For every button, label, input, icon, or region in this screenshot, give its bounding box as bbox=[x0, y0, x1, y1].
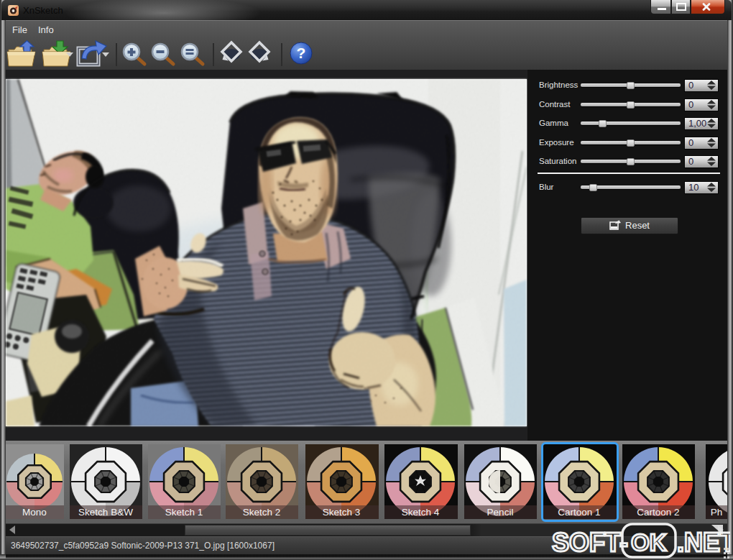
svg-text:Cartoon 2: Cartoon 2 bbox=[637, 507, 679, 518]
svg-text:SOFT-: SOFT- bbox=[552, 528, 628, 557]
svg-text:Sketch 3: Sketch 3 bbox=[323, 507, 361, 518]
svg-text:Sketch 4: Sketch 4 bbox=[402, 507, 440, 518]
svg-text:Mono: Mono bbox=[22, 507, 47, 518]
svg-text:Sketch 2: Sketch 2 bbox=[243, 507, 281, 518]
svg-text:?: ? bbox=[297, 45, 306, 61]
svg-text:Sketch B&W: Sketch B&W bbox=[78, 507, 133, 518]
svg-text:Ph: Ph bbox=[711, 507, 723, 518]
svg-text:OK: OK bbox=[631, 529, 667, 556]
svg-text:Pencil: Pencil bbox=[487, 507, 514, 518]
svg-text:.NET: .NET bbox=[677, 528, 730, 557]
svg-text:Sketch 1: Sketch 1 bbox=[165, 507, 203, 518]
